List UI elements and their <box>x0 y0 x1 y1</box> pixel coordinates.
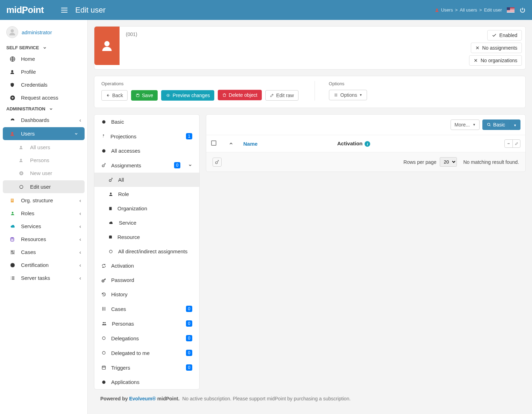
power-icon[interactable] <box>519 7 526 13</box>
badge: 0 <box>186 350 192 356</box>
nav-home[interactable]: Home <box>0 52 87 65</box>
edit-raw-button[interactable]: Edit raw <box>265 90 299 101</box>
rows-per-page-label: Rows per page <box>403 159 436 165</box>
basic-search-button[interactable]: Basic ▼ <box>482 119 520 130</box>
edit-icon[interactable] <box>512 140 520 147</box>
current-user[interactable]: administrator <box>0 23 87 43</box>
back-button[interactable]: Back <box>101 90 128 101</box>
status-badge-organizations[interactable]: No organizations <box>469 55 522 66</box>
nav-persons[interactable]: Persons <box>0 154 87 167</box>
nav-dashboards[interactable]: Dashboards‹ <box>0 114 87 126</box>
nav-certification[interactable]: Certification‹ <box>0 259 87 271</box>
caret-down-icon[interactable]: ▼ <box>510 119 520 130</box>
svg-point-4 <box>11 70 13 72</box>
logo[interactable]: midPoint <box>6 5 44 15</box>
nav-profile[interactable]: Profile <box>0 65 87 78</box>
badge: 0 <box>186 320 192 327</box>
dnav-basic[interactable]: Basic <box>94 115 199 129</box>
svg-point-35 <box>105 322 106 324</box>
dnav-delegations[interactable]: Delegations0 <box>94 331 199 346</box>
status-badge-enabled[interactable]: Enabled <box>487 30 522 41</box>
sort-asc-icon[interactable] <box>229 141 233 146</box>
user-icon <box>10 131 16 137</box>
breadcrumb-link[interactable]: Users <box>441 7 453 13</box>
nav-services[interactable]: Services‹ <box>0 220 87 233</box>
dnav-all-accesses[interactable]: All accesses <box>94 144 199 158</box>
user-icon <box>19 145 25 150</box>
dnav-resource[interactable]: Resource <box>94 230 199 244</box>
user-icon <box>10 69 16 75</box>
dnav-triggers[interactable]: Triggers0 <box>94 360 199 375</box>
svg-point-28 <box>110 193 112 194</box>
dnav-assignments[interactable]: Assignments0 <box>94 158 199 173</box>
nav-all-users[interactable]: All users <box>0 141 87 154</box>
object-subtitle: (001) <box>126 31 137 37</box>
nav-credentials[interactable]: Credentials <box>0 78 87 91</box>
rows-per-page-select[interactable]: 20 <box>440 157 457 167</box>
dnav-applications[interactable]: Applications <box>94 375 199 389</box>
badge: 0 <box>186 306 192 312</box>
delete-button[interactable]: Delete object <box>218 90 262 100</box>
dnav-activation[interactable]: Activation <box>94 259 199 273</box>
dnav-all[interactable]: All <box>94 173 199 187</box>
minus-icon[interactable] <box>505 140 512 147</box>
dnav-history[interactable]: History <box>94 287 199 302</box>
x-icon <box>474 58 478 63</box>
company-link[interactable]: Evolveum® <box>129 396 156 401</box>
status-badge-assignments[interactable]: No assignments <box>471 43 522 53</box>
page-title: Edit user <box>75 6 106 15</box>
assignments-table: Name Activationi <box>206 135 525 152</box>
user-icon <box>19 158 25 163</box>
search-icon <box>487 123 491 127</box>
locale-flag-icon[interactable] <box>507 7 515 13</box>
select-all-checkbox[interactable] <box>211 140 216 146</box>
dnav-password[interactable]: Password <box>94 273 199 287</box>
menu-toggle-icon[interactable] <box>61 8 67 13</box>
assignment-add-icon[interactable] <box>213 158 222 167</box>
breadcrumb-link[interactable]: All users <box>460 7 477 13</box>
breadcrumb-link[interactable]: Edit user <box>484 7 502 13</box>
dnav-organization[interactable]: Organization <box>94 201 199 216</box>
nav-resources[interactable]: Resources‹ <box>0 233 87 246</box>
nav-new-user[interactable]: New user <box>0 167 87 180</box>
svg-rect-15 <box>12 200 12 201</box>
column-name[interactable]: Name <box>238 135 332 152</box>
preview-button[interactable]: Preview changes <box>161 90 215 101</box>
dnav-personas[interactable]: Personas0 <box>94 316 199 331</box>
dnav-projections[interactable]: Projections1 <box>94 129 199 144</box>
options-dropdown[interactable]: Options ▼ <box>329 90 367 100</box>
options-label: Options <box>329 81 369 86</box>
people-icon <box>101 321 107 326</box>
nav-org-structure[interactable]: Org. structure‹ <box>0 194 87 207</box>
cloud-icon <box>108 221 114 225</box>
dnav-service[interactable]: Service <box>94 216 199 230</box>
svg-rect-21 <box>137 94 138 95</box>
dnav-all-indirect[interactable]: All direct/indirect assignments <box>94 244 199 259</box>
badge: 0 <box>174 162 180 168</box>
nav-section-self-service[interactable]: SELF SERVICE <box>0 43 87 52</box>
dnav-delegated-to-me[interactable]: Delegated to me0 <box>94 346 199 360</box>
nav-cases[interactable]: Cases‹ <box>0 246 87 259</box>
save-button[interactable]: Save <box>131 90 158 101</box>
tasks-icon <box>10 276 16 281</box>
circle-icon <box>101 350 106 355</box>
object-header: (001) Enabled No assignments No organiza… <box>94 26 526 70</box>
info-icon[interactable]: i <box>365 141 370 147</box>
svg-rect-12 <box>11 198 14 202</box>
sidebar: administrator SELF SERVICE Home Profile … <box>0 20 88 414</box>
user-icon <box>435 8 439 13</box>
dnav-cases[interactable]: Cases0 <box>94 302 199 316</box>
column-activation[interactable]: Activationi <box>332 135 499 152</box>
nav-section-administration[interactable]: ADMINISTRATION <box>0 104 87 114</box>
nav-server-tasks[interactable]: Server tasks‹ <box>0 271 87 284</box>
nav-users[interactable]: Users <box>3 127 85 140</box>
nav-edit-user[interactable]: Edit user <box>3 180 85 193</box>
dnav-role[interactable]: Role <box>94 187 199 201</box>
more-dropdown[interactable]: More... ▼ <box>451 119 480 130</box>
recycle-icon <box>101 263 106 268</box>
operations-bar: Operations Back Save Preview changes Del… <box>94 76 526 108</box>
nav-roles[interactable]: Roles‹ <box>0 207 87 220</box>
svg-point-27 <box>109 179 111 181</box>
circle-icon <box>19 184 25 189</box>
nav-request-access[interactable]: Request access <box>0 91 87 104</box>
